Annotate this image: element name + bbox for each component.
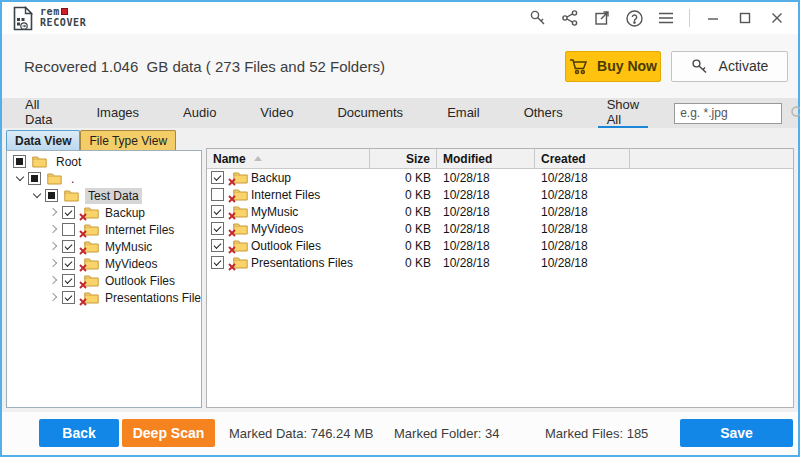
tree-item-[interactable]: . bbox=[7, 170, 201, 187]
tree-item-test-data[interactable]: Test Data bbox=[7, 187, 201, 204]
filter-tab-audio[interactable]: Audio bbox=[174, 98, 225, 128]
deleted-folder-icon bbox=[79, 223, 99, 237]
folder-icon bbox=[47, 172, 62, 185]
row-size: 0 KB bbox=[370, 205, 437, 219]
filter-tab-images[interactable]: Images bbox=[87, 98, 148, 128]
search-input[interactable] bbox=[674, 103, 782, 124]
row-checkbox[interactable] bbox=[211, 256, 224, 269]
share-icon[interactable] bbox=[555, 5, 585, 31]
tree-checkbox[interactable] bbox=[45, 189, 58, 202]
tree-checkbox[interactable] bbox=[62, 206, 75, 219]
deleted-x-icon bbox=[228, 246, 236, 254]
activate-button[interactable]: Activate bbox=[671, 51, 788, 82]
deleted-x-icon bbox=[79, 264, 87, 272]
table-row-mymusic[interactable]: MyMusic0 KB10/28/1810/28/18 bbox=[207, 203, 793, 220]
row-modified: 10/28/18 bbox=[437, 239, 535, 253]
search-button[interactable]: Search bbox=[790, 105, 800, 121]
table-row-presentations-files[interactable]: Presentations Files0 KB10/28/1810/28/18 bbox=[207, 254, 793, 271]
table-row-outlook-files[interactable]: Outlook Files0 KB10/28/1810/28/18 bbox=[207, 237, 793, 254]
filter-tab-show-all[interactable]: Show All bbox=[598, 98, 649, 128]
tree-checkbox[interactable] bbox=[62, 223, 75, 236]
chevron-down-icon[interactable] bbox=[13, 171, 28, 186]
row-size: 0 KB bbox=[370, 222, 437, 236]
row-created: 10/28/18 bbox=[535, 188, 630, 202]
chevron-right-icon[interactable] bbox=[47, 290, 62, 305]
column-header-created[interactable]: Created bbox=[535, 149, 630, 168]
logo-line2: RECOVER bbox=[40, 18, 86, 29]
table-row-internet-files[interactable]: Internet Files0 KB10/28/1810/28/18 bbox=[207, 186, 793, 203]
deleted-x-icon bbox=[228, 195, 236, 203]
deleted-folder-icon bbox=[79, 291, 99, 305]
tree-item-internet-files[interactable]: Internet Files bbox=[7, 221, 201, 238]
deleted-folder-icon bbox=[228, 188, 248, 202]
deep-scan-button[interactable]: Deep Scan bbox=[122, 419, 215, 447]
tree-item-presentations-files[interactable]: Presentations Files bbox=[7, 289, 201, 306]
tree-item-backup[interactable]: Backup bbox=[7, 204, 201, 221]
tab-data-view[interactable]: Data View bbox=[6, 130, 80, 150]
deleted-x-icon bbox=[79, 247, 87, 255]
tree-checkbox[interactable] bbox=[13, 155, 26, 168]
tree-item-outlook-files[interactable]: Outlook Files bbox=[7, 272, 201, 289]
chevron-right-icon[interactable] bbox=[47, 239, 62, 254]
folder-icon-wrap bbox=[30, 155, 50, 169]
chevron-right-icon[interactable] bbox=[47, 273, 62, 288]
column-header-name[interactable]: Name bbox=[207, 149, 370, 168]
tree-checkbox[interactable] bbox=[28, 172, 41, 185]
tree-item-label: Root bbox=[53, 154, 84, 170]
close-button[interactable] bbox=[762, 5, 792, 31]
deleted-x-icon bbox=[228, 212, 236, 220]
filter-tab-others[interactable]: Others bbox=[515, 98, 572, 128]
column-header-size[interactable]: Size bbox=[370, 149, 437, 168]
chevron-right-icon[interactable] bbox=[47, 256, 62, 271]
tree-checkbox[interactable] bbox=[62, 240, 75, 253]
row-size: 0 KB bbox=[370, 171, 437, 185]
deleted-x-icon bbox=[228, 178, 236, 186]
table-row-myvideos[interactable]: MyVideos0 KB10/28/1810/28/18 bbox=[207, 220, 793, 237]
menu-icon[interactable] bbox=[651, 5, 681, 31]
row-size: 0 KB bbox=[370, 256, 437, 270]
folder-icon bbox=[64, 189, 79, 202]
row-checkbox[interactable] bbox=[211, 188, 224, 201]
row-name: MyVideos bbox=[251, 222, 303, 236]
save-button[interactable]: Save bbox=[680, 419, 793, 447]
recovery-header: Recovered 1.046 GB data ( 273 Files and … bbox=[2, 34, 798, 98]
buy-now-button[interactable]: Buy Now bbox=[565, 51, 661, 82]
maximize-button[interactable] bbox=[730, 5, 760, 31]
row-checkbox[interactable] bbox=[211, 239, 224, 252]
tree-checkbox[interactable] bbox=[62, 274, 75, 287]
table-row-backup[interactable]: Backup0 KB10/28/1810/28/18 bbox=[207, 169, 793, 186]
row-checkbox[interactable] bbox=[211, 205, 224, 218]
filter-tab-documents[interactable]: Documents bbox=[328, 98, 412, 128]
row-size: 0 KB bbox=[370, 188, 437, 202]
row-checkbox[interactable] bbox=[211, 171, 224, 184]
tree-checkbox[interactable] bbox=[62, 291, 75, 304]
row-name: Internet Files bbox=[251, 188, 320, 202]
tree-item-mymusic[interactable]: MyMusic bbox=[7, 238, 201, 255]
buy-now-label: Buy Now bbox=[597, 58, 657, 74]
minimize-button[interactable] bbox=[698, 5, 728, 31]
tab-file-type-view[interactable]: File Type View bbox=[80, 130, 176, 150]
column-header-modified[interactable]: Modified bbox=[437, 149, 535, 168]
tree-checkbox[interactable] bbox=[62, 257, 75, 270]
row-modified: 10/28/18 bbox=[437, 222, 535, 236]
filter-tab-all-data[interactable]: All Data bbox=[16, 98, 61, 128]
row-checkbox[interactable] bbox=[211, 222, 224, 235]
left-panel: Data View File Type View Root.Test DataB… bbox=[6, 130, 202, 408]
row-modified: 10/28/18 bbox=[437, 188, 535, 202]
activate-key-icon bbox=[691, 58, 709, 74]
filter-tab-video[interactable]: Video bbox=[251, 98, 302, 128]
back-button[interactable]: Back bbox=[39, 419, 119, 447]
chevron-right-icon[interactable] bbox=[47, 205, 62, 220]
deleted-folder-icon bbox=[79, 257, 99, 271]
tree-item-root[interactable]: Root bbox=[7, 153, 201, 170]
row-name: Outlook Files bbox=[251, 239, 321, 253]
external-link-icon[interactable] bbox=[587, 5, 617, 31]
folder-icon bbox=[32, 155, 47, 168]
tree-item-myvideos[interactable]: MyVideos bbox=[7, 255, 201, 272]
filter-tab-email[interactable]: Email bbox=[438, 98, 489, 128]
key-icon[interactable] bbox=[523, 5, 553, 31]
help-icon[interactable] bbox=[619, 5, 649, 31]
chevron-down-icon[interactable] bbox=[30, 188, 45, 203]
deleted-x-icon bbox=[79, 230, 87, 238]
chevron-right-icon[interactable] bbox=[47, 222, 62, 237]
